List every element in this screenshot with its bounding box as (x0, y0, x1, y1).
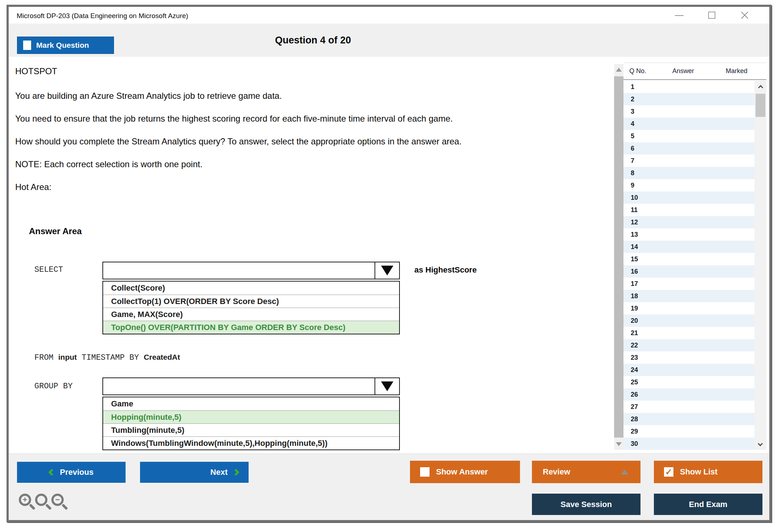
select-dropdown[interactable] (102, 262, 400, 279)
show-list-label: Show List (680, 467, 718, 477)
chevron-left-icon (48, 469, 55, 476)
question-number: 6 (623, 145, 634, 152)
question-list-row[interactable]: 15 (623, 253, 754, 265)
question-list-row[interactable]: 1 (623, 81, 754, 93)
question-list-row[interactable]: 9 (623, 179, 754, 191)
maximize-icon[interactable] (707, 10, 717, 20)
scrollbar-thumb[interactable] (614, 76, 623, 438)
exam-footer: Previous Next Show Answer Review ✓ Show … (9, 453, 769, 520)
question-number: 27 (623, 403, 638, 411)
question-list-row[interactable]: 18 (623, 290, 754, 302)
question-number: 29 (623, 428, 638, 435)
answer-area: Answer Area SELECT Collect(Score)Collect… (22, 226, 623, 453)
question-list-row[interactable]: 16 (623, 265, 754, 278)
question-list-row[interactable]: 21 (623, 327, 754, 339)
question-list-row[interactable]: 30 (623, 438, 754, 450)
zoom-in-icon[interactable]: + (19, 494, 36, 512)
question-number: 22 (623, 342, 638, 349)
question-number: 5 (623, 132, 634, 140)
question-list-row[interactable]: 25 (623, 376, 754, 388)
end-exam-button[interactable]: End Exam (654, 494, 762, 515)
question-list-row[interactable]: 20 (623, 314, 754, 327)
group-by-option[interactable]: Tumbling(minute,5) (103, 423, 399, 436)
question-list-row[interactable]: 6 (623, 142, 754, 155)
question-number: 30 (623, 440, 638, 448)
zoom-reset-icon[interactable] (35, 494, 52, 512)
select-option[interactable]: Game, MAX(Score) (103, 308, 399, 321)
question-number: 15 (623, 256, 638, 263)
question-list-row[interactable]: 19 (623, 302, 754, 314)
question-list-row[interactable]: 27 (623, 401, 754, 413)
select-dropdown-arrow[interactable] (375, 262, 399, 279)
scroll-up-icon[interactable] (758, 85, 763, 90)
title-bar: Microsoft DP-203 (Data Engineering on Mi… (9, 7, 769, 24)
previous-button[interactable]: Previous (17, 462, 126, 483)
timestamp-field: CreatedAt (144, 353, 180, 361)
question-list-row[interactable]: 29 (623, 425, 754, 438)
group-by-dropdown[interactable] (102, 377, 400, 395)
show-answer-checkbox[interactable] (420, 467, 430, 477)
group-by-dropdown-arrow[interactable] (375, 378, 399, 394)
save-session-button[interactable]: Save Session (532, 494, 640, 515)
question-list-row[interactable]: 24 (623, 364, 754, 376)
question-list-row[interactable]: 2 (623, 93, 754, 105)
column-answer: Answer (660, 67, 707, 75)
answer-area-heading: Answer Area (29, 226, 82, 236)
caret-down-icon (381, 381, 393, 391)
question-list-row[interactable]: 5 (623, 130, 754, 142)
question-number: 10 (623, 194, 638, 202)
question-list-row[interactable]: 14 (623, 241, 754, 253)
show-list-button[interactable]: ✓ Show List (654, 461, 762, 483)
question-list-row[interactable]: 28 (623, 413, 754, 425)
group-by-keyword: GROUP BY (34, 382, 73, 391)
scroll-up-icon[interactable] (616, 68, 622, 72)
group-by-option[interactable]: Game (103, 397, 399, 410)
zoom-out-icon[interactable]: − (51, 494, 69, 512)
question-number: 4 (623, 120, 634, 128)
select-option[interactable]: Collect(Score) (103, 282, 399, 295)
question-number: 25 (623, 379, 638, 386)
question-number: 9 (623, 182, 634, 189)
question-paragraph: Hot Area: (15, 182, 601, 193)
exam-header: Mark Question Question 4 of 20 (9, 24, 769, 57)
group-by-option[interactable]: Windows(TumblingWindow(minute,5),Hopping… (103, 436, 399, 449)
question-number: 28 (623, 415, 638, 423)
show-list-checkbox[interactable]: ✓ (664, 467, 673, 477)
question-list-sidebar: Q No. Answer Marked 1 2 3 4 5 6 7 (623, 63, 766, 451)
minimize-icon[interactable] (674, 10, 684, 20)
scrollbar-thumb[interactable] (756, 94, 765, 117)
question-list-row[interactable]: 7 (623, 155, 754, 167)
question-list-row[interactable]: 12 (623, 216, 754, 228)
question-list-row[interactable]: 23 (623, 351, 754, 364)
question-list-row[interactable]: 17 (623, 278, 754, 290)
close-icon[interactable] (739, 10, 749, 20)
question-list-row[interactable]: 3 (623, 105, 754, 118)
group-by-option[interactable]: Hopping(minute,5) (103, 410, 399, 423)
select-keyword: SELECT (34, 265, 63, 274)
question-number: 3 (623, 108, 634, 115)
question-text: HOTSPOT You are building an Azure Stream… (15, 66, 601, 204)
select-option[interactable]: CollectTop(1) OVER(ORDER BY Score Desc) (103, 295, 399, 308)
question-list-scrollbar[interactable] (754, 81, 766, 450)
question-number: 13 (623, 231, 638, 238)
from-clause: FROM input TIMESTAMP BY CreatedAt (34, 353, 180, 362)
select-option[interactable]: TopOne() OVER(PARTITION BY Game ORDER BY… (103, 321, 399, 334)
question-list-row[interactable]: 13 (623, 228, 754, 241)
previous-label: Previous (60, 468, 94, 477)
content-scrollbar[interactable] (614, 64, 623, 450)
question-list-row[interactable]: 10 (623, 191, 754, 204)
column-marked: Marked (707, 67, 766, 75)
question-list-row[interactable]: 4 (623, 118, 754, 130)
review-button[interactable]: Review (532, 461, 640, 483)
next-button[interactable]: Next (140, 462, 249, 483)
scroll-down-icon[interactable] (616, 442, 622, 446)
scroll-down-icon[interactable] (758, 441, 763, 446)
question-list-row[interactable]: 22 (623, 339, 754, 351)
question-number: 21 (623, 329, 638, 337)
select-suffix: as HighestScore (414, 265, 477, 275)
show-answer-button[interactable]: Show Answer (410, 461, 520, 483)
question-number: 11 (623, 206, 638, 214)
question-list-row[interactable]: 11 (623, 204, 754, 216)
question-list-row[interactable]: 8 (623, 167, 754, 179)
question-list-row[interactable]: 26 (623, 388, 754, 401)
